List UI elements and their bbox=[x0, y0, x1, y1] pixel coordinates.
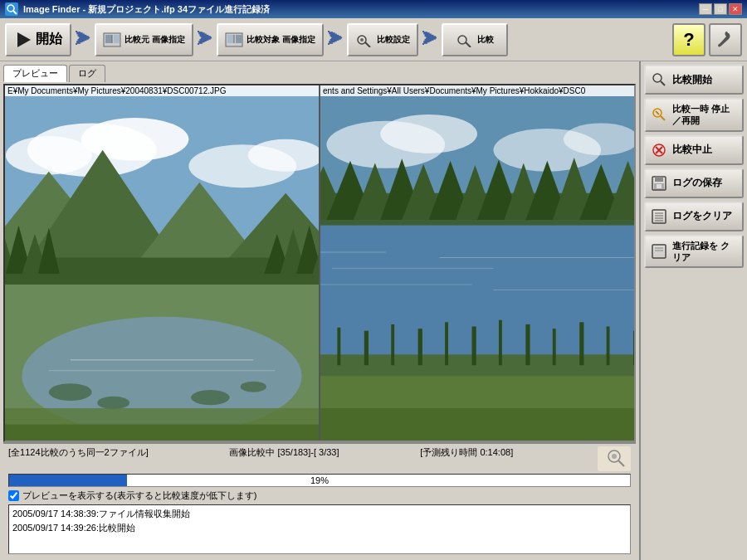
tab-bar: プレビュー ログ bbox=[3, 65, 636, 82]
progress-bar-container: 19% bbox=[8, 474, 631, 487]
svg-rect-80 bbox=[391, 324, 394, 365]
clear-log-button[interactable]: ログをクリア bbox=[644, 202, 744, 231]
svg-point-21 bbox=[6, 136, 92, 175]
svg-point-97 bbox=[653, 74, 662, 82]
svg-rect-83 bbox=[472, 327, 476, 366]
clear-progress-icon bbox=[651, 243, 667, 260]
svg-line-16 bbox=[466, 42, 471, 47]
tab-log[interactable]: ログ bbox=[69, 65, 105, 82]
compare-settings-button[interactable]: 比較設定 bbox=[347, 23, 418, 56]
right-panel: 比較開始 比較一時 停止／再開 比較中止 bbox=[639, 61, 747, 560]
target-image-icon bbox=[225, 32, 243, 47]
svg-point-51 bbox=[380, 114, 477, 153]
compare-stop-button[interactable]: 比較中止 bbox=[644, 135, 744, 165]
svg-line-13 bbox=[365, 42, 370, 47]
maximize-button[interactable]: □ bbox=[714, 3, 727, 15]
left-image-path: E¥My Documents¥My Pictures¥20040831¥DSC0… bbox=[5, 85, 319, 96]
svg-point-96 bbox=[612, 454, 617, 459]
help-button[interactable]: ? bbox=[672, 23, 706, 56]
svg-line-101 bbox=[656, 111, 659, 114]
time-info: [予測残り時間 0:14:08] bbox=[420, 446, 513, 471]
svg-rect-5 bbox=[105, 35, 112, 43]
toolbar: 開始 ⮞ 比較元 画像指定 ⮞ 比較対象 画像指定 ⮞ 比較設定 ⮞ bbox=[0, 18, 747, 61]
preview-area: E¥My Documents¥My Pictures¥20040831¥DSC0… bbox=[3, 84, 636, 442]
wrench-icon bbox=[717, 32, 734, 48]
progress-info: 画像比較中 [35/183]-[ 3/33] bbox=[229, 446, 339, 471]
window-title: Image Finder - 新規プロジェクト.ifp 34ファイル進行記録済 bbox=[23, 3, 270, 16]
source-image-button[interactable]: 比較元 画像指定 bbox=[95, 23, 193, 56]
search-start-icon bbox=[651, 71, 667, 88]
arrow-1: ⮞ bbox=[75, 30, 91, 49]
pause-icon bbox=[651, 106, 667, 123]
svg-point-41 bbox=[49, 383, 92, 401]
svg-point-14 bbox=[360, 38, 364, 41]
target-image-button[interactable]: 比較対象 画像指定 bbox=[217, 23, 324, 56]
svg-rect-6 bbox=[114, 35, 120, 43]
arrow-2: ⮞ bbox=[197, 30, 213, 49]
title-bar: Image Finder - 新規プロジェクト.ifp 34ファイル進行記録済 … bbox=[0, 0, 747, 18]
svg-rect-87 bbox=[579, 322, 583, 365]
preview-checkbox[interactable] bbox=[8, 490, 19, 501]
svg-rect-89 bbox=[633, 331, 634, 366]
status-line: [全1124比較のうち同一2ファイル] 画像比較中 [35/183]-[ 3/3… bbox=[8, 446, 631, 471]
svg-rect-109 bbox=[652, 210, 666, 223]
svg-rect-84 bbox=[499, 320, 502, 365]
close-button[interactable]: ✕ bbox=[729, 3, 742, 15]
left-panel: プレビュー ログ E¥My Documents¥My Pictures¥2004… bbox=[0, 61, 639, 560]
svg-rect-48 bbox=[5, 425, 319, 441]
checkbox-label: プレビューを表示する(表示すると比較速度が低下します) bbox=[22, 489, 256, 502]
thumbnail-icon bbox=[598, 446, 631, 471]
svg-rect-10 bbox=[236, 35, 242, 43]
title-bar-left: Image Finder - 新規プロジェクト.ifp 34ファイル進行記録済 bbox=[5, 2, 270, 16]
log-line-2: 2005/09/17 14:39:26:比較開始 bbox=[12, 521, 627, 535]
svg-line-100 bbox=[661, 116, 665, 120]
main-container: プレビュー ログ E¥My Documents¥My Pictures¥2004… bbox=[0, 61, 747, 560]
play-icon bbox=[14, 31, 32, 49]
svg-marker-3 bbox=[17, 32, 31, 47]
compare-start-button[interactable]: 比較開始 bbox=[644, 65, 744, 95]
compare-pause-button[interactable]: 比較一時 停止／再開 bbox=[644, 98, 744, 132]
cancel-icon bbox=[651, 142, 667, 158]
right-image bbox=[320, 85, 634, 441]
minimize-button[interactable]: ─ bbox=[699, 3, 712, 15]
start-button[interactable]: 開始 bbox=[5, 23, 71, 56]
title-controls[interactable]: ─ □ ✕ bbox=[699, 3, 742, 15]
svg-rect-88 bbox=[607, 327, 610, 366]
save-icon bbox=[651, 175, 667, 192]
progress-label: 19% bbox=[9, 475, 630, 485]
log-line-1: 2005/09/17 14:38:39:ファイル情報収集開始 bbox=[12, 507, 627, 521]
svg-rect-92 bbox=[320, 408, 634, 441]
svg-rect-82 bbox=[445, 322, 448, 365]
log-area[interactable]: 2005/09/17 14:38:39:ファイル情報収集開始 2005/09/1… bbox=[8, 504, 631, 554]
svg-point-42 bbox=[97, 397, 129, 410]
svg-rect-9 bbox=[227, 35, 234, 43]
right-image-path: ents and Settings¥All Users¥Documents¥My… bbox=[320, 85, 634, 96]
right-image-panel: ents and Settings¥All Users¥Documents¥My… bbox=[320, 85, 634, 441]
svg-rect-86 bbox=[553, 329, 556, 365]
files-info: [全1124比較のうち同一2ファイル] bbox=[8, 446, 149, 471]
source-image-icon bbox=[103, 32, 121, 47]
bottom-bar: [全1124比較のうち同一2ファイル] 画像比較中 [35/183]-[ 3/3… bbox=[3, 442, 636, 557]
svg-rect-85 bbox=[525, 324, 530, 365]
compare-icon bbox=[456, 32, 474, 47]
preferences-button[interactable] bbox=[709, 23, 742, 56]
svg-rect-78 bbox=[337, 328, 340, 365]
clear-log-icon bbox=[651, 208, 667, 225]
svg-point-44 bbox=[241, 382, 266, 392]
svg-point-43 bbox=[191, 390, 230, 405]
svg-rect-81 bbox=[418, 329, 422, 365]
clear-progress-button[interactable]: 進行記録を クリア bbox=[644, 235, 744, 269]
left-image bbox=[5, 85, 319, 441]
app-icon bbox=[5, 2, 18, 16]
save-log-button[interactable]: ログの保存 bbox=[644, 168, 744, 198]
arrow-4: ⮞ bbox=[422, 30, 438, 49]
left-image-panel: E¥My Documents¥My Pictures¥20040831¥DSC0… bbox=[5, 85, 320, 441]
settings-icon bbox=[355, 32, 374, 47]
tab-preview[interactable]: プレビュー bbox=[3, 65, 67, 82]
svg-rect-106 bbox=[655, 177, 663, 182]
compare-button[interactable]: 比較 bbox=[442, 23, 508, 56]
svg-line-98 bbox=[661, 81, 665, 85]
svg-rect-79 bbox=[364, 331, 369, 366]
svg-rect-108 bbox=[657, 184, 662, 188]
arrow-3: ⮞ bbox=[327, 30, 344, 49]
